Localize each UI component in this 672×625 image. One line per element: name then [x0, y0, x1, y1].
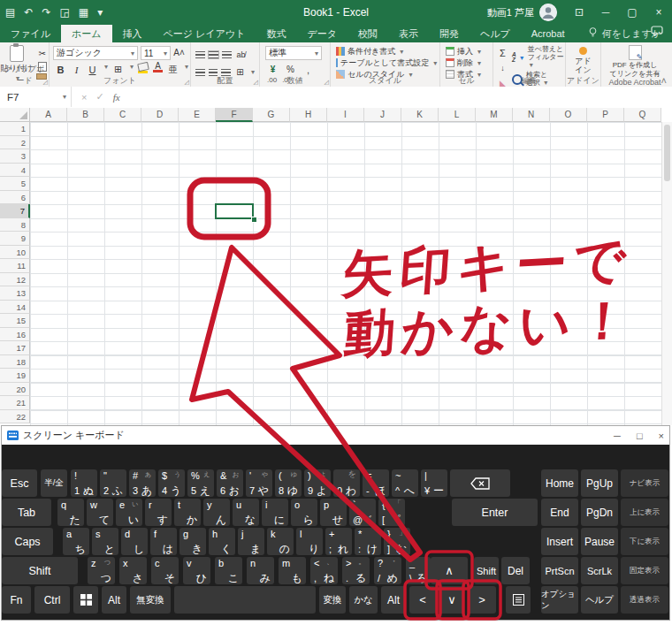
tab-挿入[interactable]: 挿入 — [112, 25, 153, 42]
key-3[interactable]: #ぁ3あ — [129, 469, 156, 497]
key-enter[interactable]: Enter — [452, 499, 538, 526]
addins-button[interactable]: アドイン — [566, 42, 600, 75]
conditional-formatting-button[interactable]: 条件付き書式▾ — [336, 46, 436, 57]
col-header-J[interactable]: J — [364, 108, 401, 122]
key-muhenkan[interactable]: 無変換 — [130, 586, 171, 614]
key-show-below[interactable]: 下に表示 — [621, 528, 668, 555]
col-header-A[interactable]: A — [30, 108, 67, 122]
key-shift-right[interactable]: Shift — [474, 557, 499, 584]
key-period[interactable]: >。.る — [342, 557, 370, 584]
insert-cells-button[interactable]: 挿入▾ — [446, 46, 489, 57]
key-caret[interactable]: ~^へ — [392, 469, 418, 497]
tab-ヘルプ[interactable]: ヘルプ — [470, 25, 521, 42]
row-header-1[interactable]: 1 — [0, 122, 30, 136]
col-header-O[interactable]: O — [550, 108, 587, 122]
delete-cells-button[interactable]: 削除▾ — [446, 57, 489, 68]
key-b[interactable]: bこ — [215, 557, 242, 584]
key-7[interactable]: 'ゃ7や — [246, 469, 272, 497]
key-9[interactable]: )ょ9よ — [304, 469, 331, 497]
key-bracket-left[interactable]: {「[゜ — [378, 499, 405, 526]
key-5[interactable]: %ぇ5え — [187, 469, 214, 497]
key-backslash[interactable]: _\ろ — [406, 557, 431, 584]
key-pgup[interactable]: PgUp — [581, 469, 618, 497]
key-k[interactable]: kの — [267, 528, 294, 555]
underline-button[interactable]: U — [87, 63, 98, 76]
col-header-M[interactable]: M — [476, 108, 513, 122]
key-o[interactable]: oら — [291, 499, 317, 526]
key-caps[interactable]: Caps — [2, 528, 53, 555]
key-backspace[interactable] — [450, 469, 510, 497]
key-options[interactable]: オプション — [541, 586, 578, 614]
key-u[interactable]: uな — [233, 499, 259, 526]
close-button[interactable]: × — [645, 0, 672, 25]
key-j[interactable]: jま — [238, 528, 264, 555]
col-header-P[interactable]: P — [587, 108, 624, 122]
table-icon[interactable]: ▦ — [79, 6, 88, 19]
tab-数式[interactable]: 数式 — [256, 25, 296, 42]
key-t[interactable]: tか — [174, 499, 201, 526]
tab-ファイル[interactable]: ファイル — [0, 25, 61, 42]
key-alt-left[interactable]: Alt — [102, 586, 126, 614]
fill-color-icon[interactable] — [138, 63, 149, 73]
row-header-22[interactable]: 22 — [0, 410, 30, 424]
key-alt-right[interactable]: Alt — [381, 586, 406, 614]
dialog-launcher[interactable]: ◿ — [254, 79, 258, 86]
avatar[interactable] — [539, 4, 557, 21]
key-s[interactable]: sと — [92, 528, 118, 555]
row-header-8[interactable]: 8 — [0, 218, 30, 232]
key-p[interactable]: pせ — [320, 499, 347, 526]
key-a[interactable]: aち — [63, 528, 89, 555]
key-shift-left[interactable]: Shift — [2, 557, 78, 584]
key-v[interactable]: vひ — [183, 557, 210, 584]
row-header-17[interactable]: 17 — [0, 341, 30, 355]
row-header-14[interactable]: 14 — [0, 301, 30, 315]
key-end[interactable]: End — [541, 499, 578, 526]
col-header-L[interactable]: L — [439, 108, 476, 122]
ribbon-display-options-button[interactable]: ⊡ — [566, 0, 592, 25]
key-colon[interactable]: *:け — [355, 528, 381, 555]
percent-icon[interactable]: % — [285, 63, 296, 76]
fill-icon[interactable]: ↓ — [497, 61, 508, 74]
tab-表示[interactable]: 表示 — [388, 25, 429, 42]
key-l[interactable]: lり — [296, 528, 323, 555]
key-semicolon[interactable]: +;れ — [325, 528, 352, 555]
col-header-H[interactable]: H — [290, 108, 327, 122]
col-header-E[interactable]: E — [179, 108, 216, 122]
row-header-16[interactable]: 16 — [0, 328, 30, 342]
row-header-6[interactable]: 6 — [0, 191, 30, 205]
redo-icon[interactable]: ↷ — [42, 6, 50, 19]
comma-icon[interactable]: , — [302, 63, 314, 76]
row-header-15[interactable]: 15 — [0, 314, 30, 328]
font-color-icon[interactable]: A — [153, 63, 163, 72]
key-h[interactable]: hく — [209, 528, 235, 555]
restore-button[interactable]: ▢ — [619, 0, 645, 25]
format-as-table-button[interactable]: テーブルとして書式設定▾ — [336, 57, 436, 68]
key-z[interactable]: zっつ — [88, 557, 115, 584]
font-size-select[interactable]: 11▾ — [141, 46, 171, 60]
name-box[interactable]: F7 ▾ — [0, 87, 72, 107]
key-prtscn[interactable]: PrtScn — [541, 557, 578, 584]
key-fade-display[interactable]: 透過表示 — [621, 586, 668, 614]
bold-button[interactable]: B — [55, 63, 66, 76]
key-space[interactable] — [174, 586, 316, 614]
customize-toolbar-icon[interactable]: ▾ — [97, 6, 103, 19]
insert-function-icon[interactable]: fx — [113, 92, 120, 103]
key-m[interactable]: mも — [279, 557, 306, 584]
key-nav-display[interactable]: ナビ表示 — [621, 469, 668, 497]
key-bracket-right[interactable]: }」]む — [384, 528, 410, 555]
row-header-7[interactable]: 7 — [0, 204, 30, 218]
key-w[interactable]: wて — [87, 499, 113, 526]
key-y[interactable]: yん — [203, 499, 230, 526]
print-preview-icon[interactable]: ◲ — [59, 6, 69, 19]
minimize-button[interactable]: ─ — [592, 0, 619, 25]
osk-maximize-button[interactable]: □ — [637, 431, 643, 441]
key-g[interactable]: gき — [179, 528, 206, 555]
key-home[interactable]: Home — [541, 469, 578, 497]
col-header-K[interactable]: K — [401, 108, 439, 122]
autosum-icon[interactable]: Σ — [497, 46, 508, 59]
key-i[interactable]: iに — [262, 499, 288, 526]
key-slash[interactable]: ?・/め — [374, 557, 401, 584]
comment-icon[interactable] — [651, 24, 663, 40]
cancel-icon[interactable]: × — [81, 92, 87, 103]
row-header-12[interactable]: 12 — [0, 273, 30, 287]
